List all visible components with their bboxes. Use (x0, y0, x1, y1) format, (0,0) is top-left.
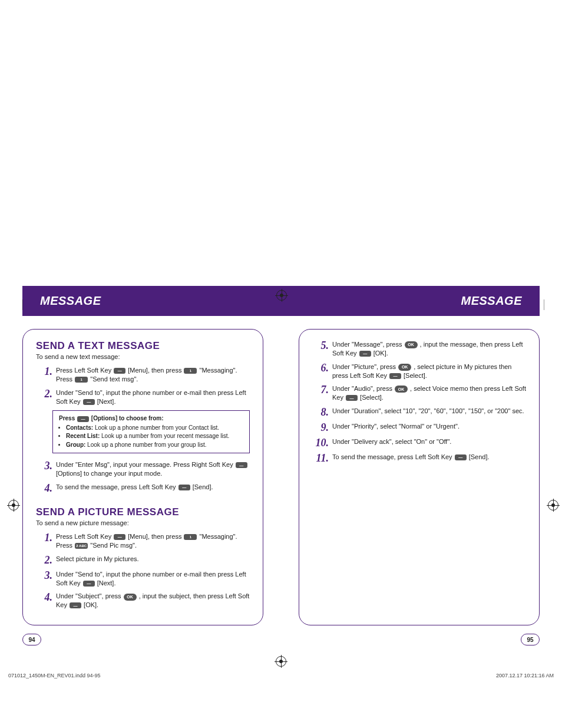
section-heading: SEND A PICTURE MESSAGE (36, 506, 250, 518)
step-item: 5 Under "Message", press OK , input the … (312, 340, 526, 358)
step-number: 6 (312, 363, 332, 373)
footer-timestamp: 2007.12.17 10:21:16 AM (496, 673, 554, 678)
step-text: Under "Delivery ack", select "On" or "Of… (332, 437, 526, 446)
step-item: 7 Under "Audio", press OK , select Voice… (312, 384, 526, 402)
list-item: Recent List: Look up a number from your … (66, 432, 243, 440)
softkey-icon: — (114, 368, 125, 374)
step-text: To send the message, press Left Soft Key… (332, 453, 526, 462)
header-title-left: MESSAGE (40, 294, 101, 308)
softkey-icon: — (455, 454, 467, 460)
ok-key-icon: OK (124, 594, 137, 601)
ok-key-icon: OK (395, 386, 408, 393)
step-number: 3 (36, 570, 56, 581)
one-key-icon: 1 (184, 368, 197, 374)
registration-mark-icon (276, 290, 287, 301)
registration-mark-icon (8, 500, 19, 510)
tip-header: Press — [Options] to choose from: (59, 414, 243, 423)
step-number: 4 (36, 483, 56, 493)
crop-tick (22, 299, 23, 310)
softkey-icon: — (346, 395, 358, 401)
step-text: Under "Message", press OK , input the me… (332, 340, 526, 358)
step-number: 2 (36, 555, 56, 565)
one-key-icon: 1 (75, 377, 88, 383)
softkey-icon: — (236, 462, 247, 468)
section-intro: To send a new text message: (36, 353, 250, 360)
step-text: Under "Send to", input the phone number … (56, 570, 250, 588)
page-number-row: 94 95 (0, 631, 562, 645)
top-margin-area (0, 0, 562, 286)
step-number: 2 (36, 388, 56, 399)
step-number: 3 (36, 460, 56, 471)
step-text: Under "Subject", press OK , input the su… (56, 592, 250, 610)
step-item: 4 Under "Subject", press OK , input the … (36, 592, 250, 610)
tip-list: Contacts: Look up a phone number from yo… (59, 424, 243, 449)
step-number: 5 (312, 340, 332, 351)
ok-key-icon: OK (405, 341, 418, 348)
step-item: 3 Under "Send to", input the phone numbe… (36, 570, 250, 588)
step-item: 11 To send the message, press Left Soft … (312, 453, 526, 463)
list-item: Group: Look up a phone number from your … (66, 441, 243, 449)
softkey-icon: — (114, 534, 125, 540)
step-number: 1 (36, 366, 56, 377)
step-item: 1 Press Left Soft Key — [Menu], then pre… (36, 366, 250, 384)
page-number-right: 95 (521, 634, 540, 645)
step-number: 1 (36, 532, 56, 543)
section-intro: To send a new picture message: (36, 519, 250, 526)
step-item: 10 Under "Delivery ack", select "On" or … (312, 437, 526, 448)
crop-tick (544, 299, 544, 310)
step-item: 2 Select picture in My pictures. (36, 555, 250, 565)
registration-mark-icon (548, 500, 558, 510)
list-item: Contacts: Look up a phone number from yo… (66, 424, 243, 432)
content-area: SEND A TEXT MESSAGE To send a new text m… (0, 316, 562, 631)
section-heading: SEND A TEXT MESSAGE (36, 340, 250, 352)
step-number: 11 (312, 453, 332, 463)
step-text: Under "Priority", select "Normal" or "Ur… (332, 422, 526, 431)
step-number: 8 (312, 407, 332, 417)
step-text: Press Left Soft Key — [Menu], then press… (56, 532, 250, 550)
step-text: Press Left Soft Key — [Menu], then press… (56, 366, 250, 384)
softkey-icon: — (77, 416, 89, 422)
softkey-icon: — (70, 602, 81, 608)
step-text: Select picture in My pictures. (56, 555, 250, 564)
softkey-icon: — (83, 581, 95, 587)
step-number: 7 (312, 384, 332, 395)
step-text: Under "Duration", select "10", "20", "60… (332, 407, 526, 416)
step-text: Under "Audio", press OK , select Voice m… (332, 384, 526, 402)
ok-key-icon: OK (398, 364, 411, 371)
step-text: Under "Send to", input the phone number … (56, 388, 250, 406)
step-number: 9 (312, 422, 332, 433)
registration-mark-icon (276, 656, 286, 667)
softkey-icon: — (389, 373, 401, 379)
softkey-icon: — (83, 399, 95, 405)
one-key-icon: 1 (184, 534, 197, 540)
step-item: 9 Under "Priority", select "Normal" or "… (312, 422, 526, 433)
step-item: 8 Under "Duration", select "10", "20", "… (312, 407, 526, 417)
step-number: 10 (312, 437, 332, 448)
two-key-icon: 2 ABC (75, 543, 88, 549)
step-item: 4 To send the message, press Left Soft K… (36, 483, 250, 493)
page-right: 5 Under "Message", press OK , input the … (299, 329, 540, 625)
step-text: Under "Enter Msg", input your message. P… (56, 460, 250, 478)
registration-row (0, 645, 562, 655)
softkey-icon: — (178, 485, 190, 490)
step-number: 4 (36, 592, 56, 602)
footer-filename: 071012_1450M-EN_REV01.indd 94-95 (8, 673, 101, 678)
header-title-right: MESSAGE (461, 294, 522, 308)
step-item: 6 Under "Picture", press OK , select pic… (312, 363, 526, 380)
step-item: 3 Under "Enter Msg", input your message.… (36, 460, 250, 478)
page-number-left: 94 (22, 634, 41, 645)
step-item: 2 Under "Send to", input the phone numbe… (36, 388, 250, 406)
softkey-icon: — (359, 351, 371, 357)
tip-box: Press — [Options] to choose from: Contac… (52, 410, 250, 453)
page-left: SEND A TEXT MESSAGE To send a new text m… (22, 329, 263, 625)
step-text: Under "Picture", press OK , select pictu… (332, 363, 526, 380)
step-item: 1 Press Left Soft Key — [Menu], then pre… (36, 532, 250, 550)
step-text: To send the message, press Left Soft Key… (56, 483, 250, 492)
